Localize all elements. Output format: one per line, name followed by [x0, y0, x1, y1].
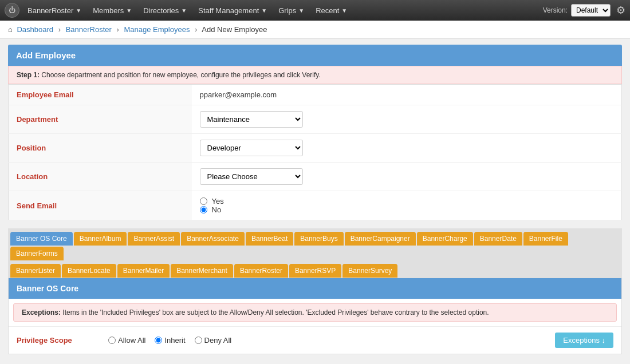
- send-email-no-radio[interactable]: [200, 206, 207, 213]
- caret-icon: ▼: [298, 7, 304, 14]
- tab-bannerlocate[interactable]: BannerLocate: [62, 264, 116, 278]
- exceptions-button[interactable]: Exceptions ↓: [555, 333, 613, 348]
- department-cell: Maintenance IT HR Finance: [192, 105, 622, 134]
- caret-icon: ▼: [126, 7, 132, 14]
- tabs-row-1: Banner OS CoreBannerAlbumBannerAssistBan…: [8, 228, 622, 260]
- nav-item-recent[interactable]: Recent ▼: [310, 0, 353, 21]
- department-label: Department: [9, 105, 192, 134]
- email-label: Employee Email: [9, 85, 192, 105]
- tab-bannerassist[interactable]: BannerAssist: [128, 232, 180, 246]
- breadcrumb-manage-employees[interactable]: Manage Employees: [124, 25, 190, 34]
- send-email-no-label[interactable]: No: [200, 205, 607, 214]
- breadcrumb-dashboard[interactable]: Dashboard: [17, 25, 53, 34]
- department-row: Department Maintenance IT HR Finance: [9, 105, 622, 134]
- position-cell: Developer Manager Analyst Admin: [192, 134, 622, 163]
- tab-bannerforms[interactable]: BannerForms: [10, 247, 64, 260]
- privilege-scope-row: Privilege Scope Allow All Inherit Deny A…: [9, 326, 621, 354]
- tab-banneralbum[interactable]: BannerAlbum: [74, 232, 127, 246]
- privilege-panel: Banner OS Core Exceptions: Items in the …: [8, 278, 622, 354]
- scope-allow-all[interactable]: Allow All: [108, 336, 145, 345]
- send-email-cell: Yes No: [192, 191, 622, 220]
- tab-bannersurvey[interactable]: BannerSurvey: [342, 264, 397, 278]
- location-label: Location: [9, 163, 192, 191]
- nav-item-directories[interactable]: Directories ▼: [137, 0, 192, 21]
- tab-bannerbuys[interactable]: BannerBuys: [294, 232, 343, 246]
- scope-deny-all[interactable]: Deny All: [195, 336, 232, 345]
- version-block: Version: Default: [543, 4, 611, 17]
- tabs-container: Banner OS CoreBannerAlbumBannerAssistBan…: [8, 228, 622, 278]
- tab-bannerfile[interactable]: BannerFile: [523, 232, 568, 246]
- position-label: Position: [9, 134, 192, 163]
- tab-bannerlister[interactable]: BannerLister: [10, 264, 61, 278]
- tabs-row-2: BannerListerBannerLocateBannerMailerBann…: [8, 260, 622, 278]
- add-employee-section: Add Employee Step 1: Choose department a…: [8, 45, 622, 220]
- version-select[interactable]: Default: [571, 4, 611, 17]
- employee-form-table: Employee Email pparker@example.com Depar…: [8, 84, 622, 220]
- send-email-row: Send Email Yes No: [9, 191, 622, 220]
- nav-item-staff-management[interactable]: Staff Management ▼: [192, 0, 273, 21]
- privilege-scope-label: Privilege Scope: [17, 336, 108, 345]
- send-email-yes-radio[interactable]: [200, 197, 207, 205]
- caret-icon: ▼: [261, 7, 267, 14]
- power-button[interactable]: ⏻: [5, 3, 19, 18]
- main-content: Add Employee Step 1: Choose department a…: [0, 39, 630, 360]
- nav-item-members[interactable]: Members ▼: [87, 0, 137, 21]
- step-info: Step 1: Choose department and position f…: [8, 66, 622, 84]
- tab-bannerrsvp[interactable]: BannerRSVP: [289, 264, 341, 278]
- breadcrumb: ⌂ Dashboard › BannerRoster › Manage Empl…: [0, 21, 630, 39]
- caret-icon: ▼: [181, 7, 187, 14]
- tab-bannerassociate[interactable]: BannerAssociate: [181, 232, 245, 246]
- position-row: Position Developer Manager Analyst Admin: [9, 134, 622, 163]
- nav-item-grips[interactable]: Grips ▼: [273, 0, 310, 21]
- scope-deny-radio[interactable]: [195, 337, 202, 344]
- nav-item-bannerroster[interactable]: BannerRoster ▼: [22, 0, 87, 21]
- tab-bannermerchant[interactable]: BannerMerchant: [171, 264, 233, 278]
- breadcrumb-current: Add New Employee: [202, 25, 267, 34]
- scope-allow-radio[interactable]: [108, 337, 116, 344]
- top-nav: ⏻ BannerRoster ▼ Members ▼ Directories ▼…: [0, 0, 630, 21]
- tab-banner-os-core[interactable]: Banner OS Core: [10, 232, 73, 246]
- location-select[interactable]: Please Choose Office A Office B Remote: [200, 168, 303, 185]
- privilege-warning: Exceptions: Items in the 'Included Privi…: [13, 303, 617, 322]
- section-header: Add Employee: [8, 45, 622, 66]
- privilege-header: Banner OS Core: [9, 278, 621, 299]
- tab-bannerdate[interactable]: BannerDate: [474, 232, 522, 246]
- settings-icon[interactable]: ⚙: [616, 4, 625, 17]
- send-email-label: Send Email: [9, 191, 192, 220]
- scope-options: Allow All Inherit Deny All Exceptions ↓: [108, 333, 613, 348]
- tab-bannerroster[interactable]: BannerRoster: [234, 264, 288, 278]
- tab-bannerbeat[interactable]: BannerBeat: [246, 232, 293, 246]
- tab-bannercampaigner[interactable]: BannerCampaigner: [345, 232, 416, 246]
- department-select[interactable]: Maintenance IT HR Finance: [200, 111, 303, 128]
- email-row: Employee Email pparker@example.com: [9, 85, 622, 105]
- home-icon: ⌂: [8, 25, 13, 34]
- caret-icon: ▼: [76, 7, 81, 14]
- email-value: pparker@example.com: [192, 85, 622, 105]
- tab-bannermailer[interactable]: BannerMailer: [117, 264, 170, 278]
- tab-bannercharge[interactable]: BannerCharge: [417, 232, 473, 246]
- caret-icon: ▼: [341, 7, 347, 14]
- position-select[interactable]: Developer Manager Analyst Admin: [200, 140, 303, 156]
- scope-inherit[interactable]: Inherit: [155, 336, 185, 345]
- location-cell: Please Choose Office A Office B Remote: [192, 163, 622, 191]
- scope-inherit-radio[interactable]: [155, 337, 162, 344]
- location-row: Location Please Choose Office A Office B…: [9, 163, 622, 191]
- send-email-yes-label[interactable]: Yes: [200, 197, 607, 205]
- breadcrumb-bannerroster[interactable]: BannerRoster: [66, 25, 112, 34]
